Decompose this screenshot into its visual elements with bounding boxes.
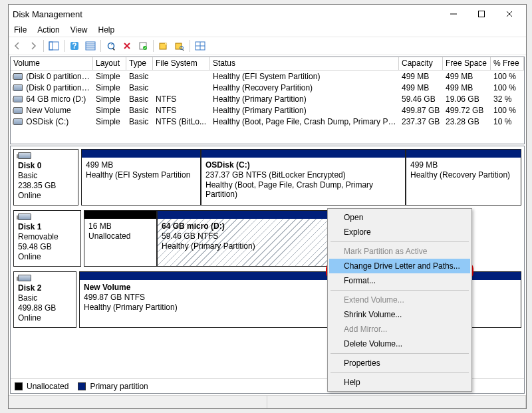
disk-info[interactable]: Disk 2Basic499.88 GBOnline (13, 271, 76, 328)
delete-icon[interactable] (120, 39, 134, 53)
volume-row[interactable]: (Disk 0 partition 4)SimpleBasicHealthy (… (11, 82, 524, 93)
volume-list[interactable]: Volume Layout Type File System Status Ca… (10, 57, 525, 144)
help-icon[interactable]: ? (67, 39, 82, 53)
window-title: Disk Management (13, 9, 82, 19)
ctx-open[interactable]: Open (329, 210, 470, 225)
menu-action[interactable]: Action (37, 25, 59, 35)
menu-view[interactable]: View (70, 25, 88, 35)
col-volume[interactable]: Volume (11, 57, 93, 70)
legend-primary: Primary partition (90, 382, 148, 391)
ctx-change-drive-letter[interactable]: Change Drive Letter and Paths... (329, 259, 470, 273)
rescan-disks-icon[interactable] (172, 39, 187, 53)
col-free-space[interactable]: Free Space (443, 57, 491, 70)
maximize-button[interactable] (467, 5, 495, 23)
svg-rect-2 (49, 42, 53, 50)
ctx-mark-active: Mark Partition as Active (329, 244, 470, 259)
new-simple-volume-icon[interactable] (156, 39, 171, 53)
partition-context-menu: Open Explore Mark Partition as Active Ch… (327, 208, 472, 392)
ctx-extend: Extend Volume... (329, 293, 470, 307)
ctx-shrink[interactable]: Shrink Volume... (329, 307, 470, 322)
disk-info[interactable]: Disk 0Basic238.35 GBOnline (13, 149, 78, 206)
volume-row[interactable]: 64 GB micro (D:)SimpleBasicNTFSHealthy (… (11, 93, 524, 104)
grid-view-icon[interactable] (193, 39, 207, 53)
ctx-delete[interactable]: Delete Volume... (329, 337, 470, 351)
col-filesystem[interactable]: File System (153, 57, 210, 70)
back-button[interactable] (10, 39, 25, 53)
disk-info[interactable]: Disk 1Removable59.48 GBOnline (13, 210, 81, 267)
ctx-format[interactable]: Format... (329, 273, 470, 288)
ctx-explore[interactable]: Explore (329, 225, 470, 239)
legend-primary-swatch (78, 382, 86, 390)
forward-button[interactable] (26, 39, 41, 53)
properties-icon[interactable] (136, 39, 150, 53)
menu-file[interactable]: File (14, 25, 27, 35)
ctx-help[interactable]: Help (329, 375, 470, 390)
col-capacity[interactable]: Capacity (399, 57, 443, 70)
disk-row: Disk 0Basic238.35 GBOnline499 MBHealthy … (13, 149, 521, 206)
legend-unallocated: Unallocated (27, 382, 68, 391)
toolbar: ? (9, 37, 526, 55)
svg-rect-1 (49, 42, 59, 50)
show-hide-tree-button[interactable] (47, 39, 61, 53)
volume-row[interactable]: New VolumeSimpleBasicNTFSHealthy (Primar… (11, 104, 524, 116)
disk-icon (18, 213, 31, 220)
legend-unallocated-swatch (15, 382, 23, 390)
col-type[interactable]: Type (126, 57, 153, 70)
volume-list-header: Volume Layout Type File System Status Ca… (11, 57, 524, 70)
svg-rect-0 (479, 11, 485, 17)
volume-row[interactable]: (Disk 0 partition 1)SimpleBasicHealthy (… (11, 70, 524, 82)
svg-text:?: ? (72, 41, 76, 51)
ctx-properties[interactable]: Properties (329, 356, 470, 370)
disk-icon (18, 152, 31, 159)
minimize-button[interactable] (440, 5, 467, 23)
menu-help[interactable]: Help (98, 25, 115, 35)
unallocated-space[interactable]: 16 MBUnallocated (84, 210, 157, 267)
svg-rect-7 (112, 48, 115, 51)
list-view-button[interactable] (83, 39, 98, 53)
menu-bar: File Action View Help (9, 23, 526, 37)
partition[interactable]: 499 MBHealthy (EFI System Partition (81, 149, 201, 206)
col-status[interactable]: Status (210, 57, 399, 70)
titlebar: Disk Management (9, 5, 526, 23)
partition[interactable]: OSDisk (C:)237.37 GB NTFS (BitLocker Enc… (201, 149, 406, 206)
refresh-icon[interactable] (104, 39, 118, 53)
partition[interactable]: 499 MBHealthy (Recovery Partition) (406, 149, 521, 206)
col-layout[interactable]: Layout (93, 57, 126, 70)
ctx-add-mirror: Add Mirror... (329, 322, 470, 337)
status-bar (9, 395, 526, 408)
col-pct-free[interactable]: % Free (491, 57, 524, 70)
volume-row[interactable]: OSDisk (C:)SimpleBasicNTFS (BitLo...Heal… (11, 116, 524, 127)
disk-icon (18, 275, 31, 281)
close-button[interactable] (495, 5, 523, 23)
